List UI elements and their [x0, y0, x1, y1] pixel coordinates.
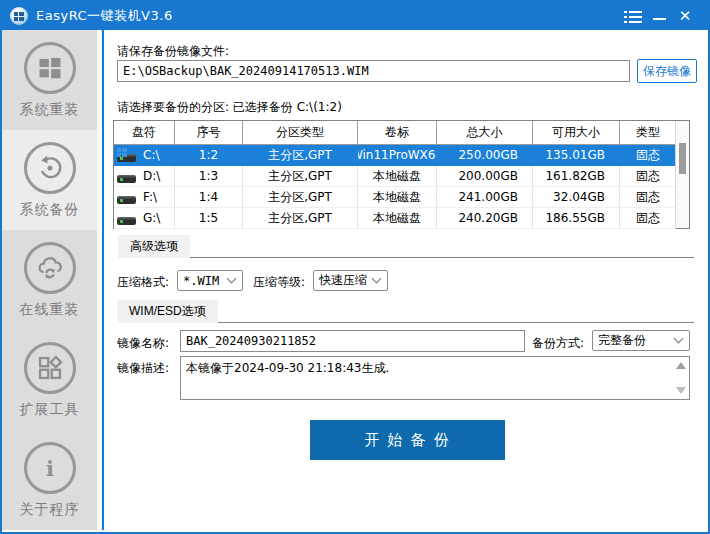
drive-icon [117, 169, 140, 184]
cell-volume: 本地磁盘 [358, 208, 437, 229]
cell-disk-type: 固态 [620, 208, 676, 229]
table-row[interactable]: C:\ 1:2 主分区,GPT Win11ProWX64 250.00GB 13… [114, 145, 689, 166]
cell-index: 1:5 [175, 208, 243, 229]
restore-clock-icon [24, 142, 76, 194]
compress-format-label: 压缩格式: [117, 274, 169, 291]
image-name-input[interactable] [180, 330, 525, 352]
col-header-drive[interactable]: 盘符 [114, 121, 175, 145]
minimize-icon [653, 18, 666, 20]
cell-disk-type: 固态 [620, 187, 676, 208]
sidebar-item-label: 系统备份 [20, 201, 80, 219]
backup-mode-label: 备份方式: [532, 335, 584, 352]
sidebar-item-label: 扩展工具 [20, 401, 80, 419]
col-header-part-type[interactable]: 分区类型 [243, 121, 358, 145]
col-header-volume[interactable]: 卷标 [358, 121, 437, 145]
cell-index: 1:4 [175, 187, 243, 208]
svg-text:i: i [46, 455, 54, 480]
cell-total: 200.00GB [437, 166, 533, 187]
image-name-label: 镜像名称: [117, 335, 169, 352]
compress-format-select[interactable]: *.WIM [177, 270, 243, 291]
minimize-button[interactable] [646, 5, 672, 27]
compress-format-value: *.WIM [183, 274, 219, 288]
app-window: EasyRC一键装机V3.6 ✕ [0, 0, 710, 534]
backup-mode-value: 完整备份 [598, 332, 646, 349]
scrollbar-thumb[interactable] [679, 143, 686, 174]
cell-volume: 本地磁盘 [358, 166, 437, 187]
window-title: EasyRC一键装机V3.6 [36, 7, 173, 25]
cell-disk-type: 固态 [620, 166, 676, 187]
drive-letter: F:\ [143, 190, 157, 204]
image-desc-textarea[interactable]: 本镜像于2024-09-30 21:18:43生成. [181, 357, 689, 399]
scroll-up-icon[interactable] [676, 362, 686, 369]
compress-level-value: 快速压缩 [319, 272, 367, 289]
compress-level-select[interactable]: 快速压缩 [313, 270, 388, 291]
image-desc-label: 镜像描述: [117, 360, 169, 377]
chevron-down-icon [372, 274, 382, 284]
partition-select-label: 请选择要备份的分区: 已选择备份 C:\(1:2) [117, 99, 342, 116]
cell-volume: 本地磁盘 [358, 187, 437, 208]
table-row[interactable]: G:\ 1:5 主分区,GPT 本地磁盘 240.20GB 186.55GB 固… [114, 208, 689, 229]
close-button[interactable]: ✕ [672, 5, 698, 27]
col-header-total[interactable]: 总大小 [437, 121, 533, 145]
system-drive-icon [117, 148, 140, 163]
cell-total: 240.20GB [437, 208, 533, 229]
col-header-index[interactable]: 序号 [175, 121, 243, 145]
col-header-disk-type[interactable]: 类型 [620, 121, 676, 145]
separator-line [118, 257, 694, 258]
sidebar-item-extension-tools[interactable]: 扩展工具 [2, 330, 97, 430]
cell-free: 135.01GB [533, 145, 620, 166]
menu-list-icon[interactable] [620, 5, 646, 27]
table-row[interactable]: F:\ 1:4 主分区,GPT 本地磁盘 241.00GB 32.04GB 固态 [114, 187, 689, 208]
backup-path-input[interactable] [117, 60, 630, 82]
cell-part-type: 主分区,GPT [243, 166, 358, 187]
start-backup-button[interactable]: 开 始 备 份 [310, 420, 505, 460]
wim-esd-options-tab[interactable]: WIM/ESD选项 [117, 300, 218, 323]
titlebar: EasyRC一键装机V3.6 ✕ [2, 2, 708, 30]
cell-index: 1:2 [175, 145, 243, 166]
backup-panel: 请保存备份镜像文件: 保存镜像 请选择要备份的分区: 已选择备份 C:\(1:2… [104, 30, 708, 530]
drive-icon [117, 190, 140, 205]
sidebar-item-label: 关于程序 [20, 501, 80, 519]
sidebar-item-system-reinstall[interactable]: 系统重装 [2, 30, 97, 130]
cell-part-type: 主分区,GPT [243, 145, 358, 166]
cell-free: 32.04GB [533, 187, 620, 208]
cell-disk-type: 固态 [620, 145, 676, 166]
sidebar-item-label: 系统重装 [20, 101, 80, 119]
grid-tools-icon [24, 342, 76, 394]
sidebar-item-system-backup[interactable]: 系统备份 [2, 130, 97, 230]
cell-part-type: 主分区,GPT [243, 208, 358, 229]
sidebar-item-label: 在线重装 [20, 301, 80, 319]
windows-logo-icon [24, 42, 76, 94]
chevron-down-icon [674, 334, 684, 344]
col-header-free[interactable]: 可用大小 [533, 121, 620, 145]
save-image-button[interactable]: 保存镜像 [637, 59, 697, 83]
table-header-row: 盘符 序号 分区类型 卷标 总大小 可用大小 类型 [114, 121, 689, 145]
drive-icon [117, 211, 140, 226]
drive-letter: C:\ [143, 148, 159, 162]
cell-free: 161.82GB [533, 166, 620, 187]
drive-letter: G:\ [143, 211, 160, 225]
cloud-refresh-icon [24, 242, 76, 294]
sidebar: 系统重装 系统备份 [2, 30, 97, 530]
chevron-down-icon [227, 274, 237, 284]
cell-free: 186.55GB [533, 208, 620, 229]
compress-level-label: 压缩等级: [253, 274, 305, 291]
backup-mode-select[interactable]: 完整备份 [592, 330, 690, 351]
save-image-label: 请保存备份镜像文件: [117, 43, 229, 60]
cell-total: 250.00GB [437, 145, 533, 166]
table-row[interactable]: D:\ 1:3 主分区,GPT 本地磁盘 200.00GB 161.82GB 固… [114, 166, 689, 187]
table-scrollbar[interactable] [675, 121, 689, 228]
advanced-options-tab[interactable]: 高级选项 [118, 235, 190, 258]
cell-index: 1:3 [175, 166, 243, 187]
info-icon: i [24, 442, 76, 494]
cell-total: 241.00GB [437, 187, 533, 208]
sidebar-item-online-reinstall[interactable]: 在线重装 [2, 230, 97, 330]
cell-volume: Win11ProWX64 [358, 145, 437, 166]
partition-table: 盘符 序号 分区类型 卷标 总大小 可用大小 类型 C:\ 1:2 主分区,GP… [113, 120, 690, 229]
app-logo-icon [10, 7, 28, 25]
cell-part-type: 主分区,GPT [243, 187, 358, 208]
drive-letter: D:\ [143, 169, 160, 183]
sidebar-item-about[interactable]: i 关于程序 [2, 430, 97, 530]
scroll-down-icon[interactable] [676, 387, 686, 394]
image-desc-field[interactable]: 本镜像于2024-09-30 21:18:43生成. [180, 356, 690, 400]
